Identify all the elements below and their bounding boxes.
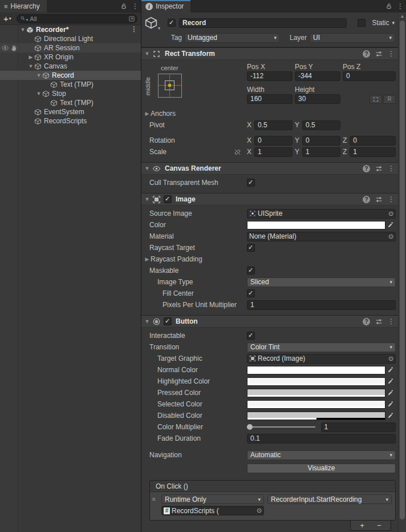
button-enabled-checkbox[interactable] [164,317,172,325]
scale-y-field[interactable]: 1 [302,147,340,157]
kebab-menu-icon[interactable]: ⋮ [132,3,139,10]
color-multiplier-field[interactable]: 1 [321,422,396,432]
section-header-button[interactable]: ▼ Button ? ⋮ [141,315,398,328]
disabled-color-swatch[interactable] [247,412,385,420]
blueprint-mode-button[interactable] [370,95,382,104]
object-picker-icon[interactable]: ⊙ [255,507,263,514]
event-target-object-field[interactable]: # RecordScripts ( ⊙ [161,506,264,515]
source-image-field[interactable]: UISprite ⊙ [247,209,396,219]
transition-dropdown[interactable]: Color Tint▾ [247,342,396,352]
height-field[interactable]: 30 [295,94,340,104]
hierarchy-item-ar-session[interactable]: ▶ AR Session [0,43,141,53]
static-checkbox[interactable] [358,19,366,27]
tag-dropdown[interactable]: Untagged▾ [184,33,280,43]
navigation-dropdown[interactable]: Automatic▾ [247,450,396,460]
ppu-multiplier-field[interactable]: 1 [247,300,396,310]
section-header-rect-transform[interactable]: ▼ Rect Transform ? ⋮ [141,47,398,60]
section-header-image[interactable]: ▼ Image ? ⋮ [141,193,398,205]
broken-link-icon[interactable] [234,148,241,156]
search-input[interactable] [30,15,128,22]
fade-duration-field[interactable]: 0.1 [247,434,396,444]
help-icon[interactable]: ? [363,196,370,203]
color-swatch[interactable] [247,221,385,229]
drag-handle-icon[interactable]: ≡ [152,497,158,502]
foldout-icon[interactable]: ▼ [144,51,151,57]
pivot-y-field[interactable]: 0.5 [302,120,340,130]
normal-color-swatch[interactable] [247,366,385,374]
pos-y-field[interactable]: -344 [295,71,340,81]
section-header-canvas-renderer[interactable]: ▼ Canvas Renderer ? ⋮ [141,162,398,175]
anchor-preset-diagram[interactable] [158,74,182,98]
help-icon[interactable]: ? [363,318,370,325]
hierarchy-item-xr-origin[interactable]: ▶ XR Origin [0,53,141,62]
selected-color-swatch[interactable] [247,400,385,409]
pos-x-field[interactable]: -112 [247,71,293,81]
kebab-menu-icon[interactable]: ⋮ [388,165,395,172]
foldout-icon[interactable]: ▶ [144,256,151,262]
foldout-icon[interactable]: ▼ [144,319,151,324]
hierarchy-search[interactable]: ▾ [17,14,137,23]
lock-icon[interactable] [385,3,392,10]
foldout-icon[interactable]: ▼ [144,166,151,171]
color-multiplier-slider[interactable] [247,423,315,431]
presets-icon[interactable] [375,196,383,203]
event-function-dropdown[interactable]: RecorderInput.StartRecording▾ [267,494,392,504]
hierarchy-item-directional-light[interactable]: ▶ Directional Light [0,34,141,43]
gameobject-cube-icon[interactable]: ▾ [144,15,161,30]
kebab-menu-icon[interactable]: ⋮ [388,318,395,325]
image-type-dropdown[interactable]: Sliced▾ [247,277,396,287]
pressed-color-swatch[interactable] [247,389,385,397]
cull-transparent-mesh-checkbox[interactable] [247,179,255,187]
pos-z-field[interactable]: 0 [343,71,396,81]
hierarchy-item-canvas[interactable]: ▼ Canvas [0,62,141,71]
tab-inspector[interactable]: i Inspector [141,0,190,13]
object-picker-icon[interactable]: ⊙ [387,233,395,240]
visualize-button[interactable]: Visualize [247,464,396,473]
foldout-icon[interactable]: ▶ [27,54,34,60]
width-field[interactable]: 160 [247,94,293,104]
layer-dropdown[interactable]: UI▾ [310,33,395,43]
foldout-icon[interactable]: ▼ [35,72,42,78]
interactable-checkbox[interactable] [247,332,255,340]
static-dropdown-arrow[interactable]: ▾ [392,20,395,26]
eyedropper-icon[interactable] [385,221,396,228]
hierarchy-item-record[interactable]: ▼ Record [0,71,141,80]
image-enabled-checkbox[interactable] [164,195,172,203]
hierarchy-item-scene[interactable]: ▼ Recorder* ⋮ [0,25,141,34]
slider-handle[interactable] [247,424,253,430]
scene-picking-hand-icon[interactable] [10,44,18,52]
add-event-button[interactable]: + [355,521,370,530]
rotation-z-field[interactable]: 0 [350,136,396,146]
tab-hierarchy[interactable]: ≡ Hierarchy [0,0,47,13]
help-icon[interactable]: ? [363,165,370,172]
rotation-x-field[interactable]: 0 [254,136,293,146]
fill-center-checkbox[interactable] [247,289,255,297]
lock-icon[interactable] [120,3,127,10]
search-picker-icon[interactable] [128,15,135,22]
hierarchy-item-eventsystem[interactable]: ▶ EventSystem [0,107,141,116]
raycast-target-checkbox[interactable] [247,244,255,252]
foldout-icon[interactable]: ▼ [144,196,151,202]
inspector-scrollbar[interactable]: ▲ [398,13,406,532]
presets-icon[interactable] [375,50,383,58]
scene-visibility-eye-icon[interactable] [1,44,9,52]
scene-kebab-icon[interactable]: ⋮ [131,26,137,33]
scroll-up-arrow[interactable]: ▲ [399,14,406,19]
eyedropper-icon[interactable] [385,412,396,419]
foldout-icon[interactable]: ▼ [19,27,26,33]
foldout-icon[interactable]: ▼ [27,63,34,69]
rotation-y-field[interactable]: 0 [302,136,340,146]
eyedropper-icon[interactable] [385,378,396,385]
eyedropper-icon[interactable] [385,401,396,408]
raw-edit-mode-button[interactable]: R [383,95,396,104]
eyedropper-icon[interactable] [385,366,396,373]
remove-event-button[interactable]: − [372,521,387,530]
foldout-icon[interactable]: ▼ [35,91,42,96]
object-picker-icon[interactable]: ⊙ [387,355,395,362]
material-field[interactable]: None (Material) ⊙ [247,232,396,241]
kebab-menu-icon[interactable]: ⋮ [388,196,395,203]
pivot-x-field[interactable]: 0.5 [254,120,293,130]
hierarchy-item-text-tmp-2[interactable]: ▶ Text (TMP) [0,98,141,107]
active-checkbox[interactable] [168,19,176,27]
kebab-menu-icon[interactable]: ⋮ [397,3,404,10]
